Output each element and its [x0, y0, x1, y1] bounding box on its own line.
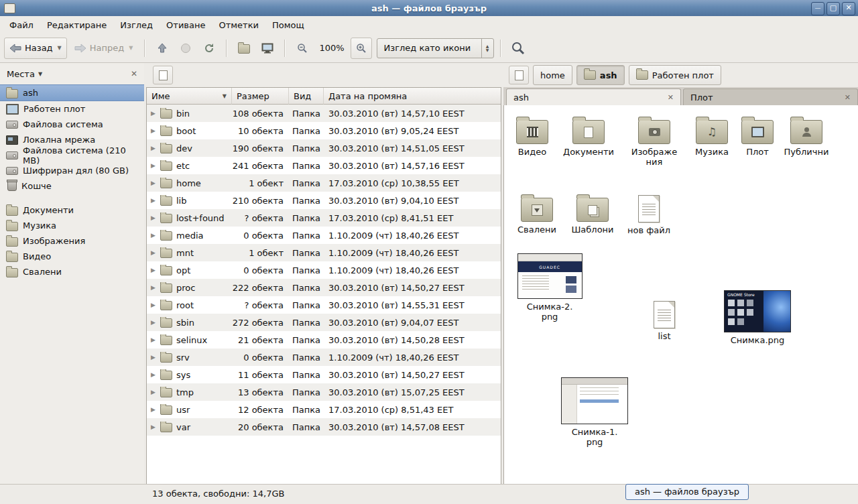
image-item-snimka2[interactable]: GUADEC Снимка-2.png [516, 253, 583, 322]
table-row[interactable]: ▶lib210 обектаПапка30.03.2010 (вт) 9,04,… [147, 192, 501, 209]
minimize-button[interactable] [811, 2, 824, 15]
table-row[interactable]: ▶mnt1 обектПапка1.10.2009 (чт) 18,40,26 … [147, 244, 501, 261]
home-button[interactable] [233, 38, 255, 59]
expander-icon[interactable]: ▶ [151, 110, 156, 117]
menu-help[interactable]: Помощ [265, 17, 311, 33]
expander-icon[interactable]: ▶ [151, 389, 156, 395]
computer-button[interactable] [257, 38, 278, 59]
search-button[interactable] [507, 38, 529, 59]
expander-icon[interactable]: ▶ [151, 284, 156, 291]
table-row[interactable]: ▶proc222 обектаПапка30.03.2010 (вт) 14,5… [147, 279, 501, 296]
table-row[interactable]: ▶srv0 обектаПапка1.10.2009 (чт) 18,40,26… [147, 349, 501, 366]
menu-edit[interactable]: Редактиране [40, 17, 113, 33]
table-row[interactable]: ▶media0 обектаПапка1.10.2009 (чт) 18,40,… [147, 227, 501, 244]
reload-button[interactable] [198, 38, 220, 59]
folder-item-documents[interactable]: Документи [559, 115, 618, 158]
folder-icon [160, 336, 172, 345]
close-button[interactable] [842, 2, 855, 15]
sidebar-item-ash[interactable]: ash [0, 84, 144, 101]
menu-view[interactable]: Изглед [113, 17, 160, 33]
table-row[interactable]: ▶usr12 обектаПапка17.03.2010 (ср) 8,51,4… [147, 401, 501, 418]
tab-close-icon[interactable]: ✕ [845, 93, 851, 102]
sidebar-item-trash[interactable]: Кошче [0, 178, 144, 194]
item-label: Снимка-2.png [526, 302, 573, 322]
up-button[interactable] [151, 38, 173, 59]
sidebar-item-music[interactable]: Музика [0, 218, 144, 233]
sidebar-title[interactable]: Места [7, 69, 35, 79]
expander-icon[interactable]: ▶ [151, 319, 156, 326]
chevron-down-icon[interactable]: ▼ [58, 45, 62, 51]
table-row[interactable]: ▶boot10 обектаПапка30.03.2010 (вт) 9,05,… [147, 122, 501, 139]
table-row[interactable]: ▶opt0 обектаПапка1.10.2009 (чт) 18,40,26… [147, 261, 501, 279]
combobox-spinner-icon[interactable]: ▲▼ [481, 39, 493, 58]
back-button[interactable]: Назад ▼ [4, 38, 67, 59]
sidebar-close-icon[interactable]: ✕ [131, 69, 137, 78]
location-toggle-button[interactable] [153, 66, 173, 84]
column-header-type[interactable]: Вид [289, 88, 324, 105]
expander-icon[interactable]: ▶ [151, 424, 156, 430]
location-toggle-button[interactable] [509, 66, 529, 84]
table-row[interactable]: ▶dev190 обектаПапка30.03.2010 (вт) 14,51… [147, 139, 501, 157]
zoom-out-button[interactable] [292, 38, 313, 59]
tab-ash[interactable]: ash ✕ [506, 88, 681, 105]
sidebar-item-pictures[interactable]: Изображения [0, 233, 144, 249]
file-name: tmp [176, 387, 194, 397]
column-header-size[interactable]: Размер [232, 88, 289, 105]
menu-file[interactable]: Файл [3, 17, 40, 33]
sidebar-item-desktop[interactable]: Работен плот [0, 101, 144, 117]
expander-icon[interactable]: ▶ [151, 214, 156, 221]
table-row[interactable]: ▶sbin272 обектаПапка30.03.2010 (вт) 9,04… [147, 314, 501, 331]
folder-item-public[interactable]: Публични [777, 115, 836, 158]
expander-icon[interactable]: ▶ [151, 180, 156, 186]
table-row[interactable]: ▶bin108 обектаПапка30.03.2010 (вт) 14,57… [147, 105, 501, 122]
taskbar-window-button[interactable]: ash — файлов браузър [625, 484, 749, 500]
table-row[interactable]: ▶home1 обектПапка17.03.2010 (ср) 10,38,5… [147, 174, 501, 192]
table-row[interactable]: ▶var20 обектаПапка30.03.2010 (вт) 14,57,… [147, 418, 501, 436]
expander-icon[interactable]: ▶ [151, 249, 156, 256]
table-row[interactable]: ▶sys11 обектаПапка30.03.2010 (вт) 14,50,… [147, 366, 501, 383]
expander-icon[interactable]: ▶ [151, 371, 156, 378]
breadcrumb-desktop[interactable]: Работен плот [629, 65, 721, 85]
file-item-new-file[interactable]: нов файл [619, 193, 678, 236]
breadcrumb-home[interactable]: home [533, 65, 572, 85]
tab-desktop[interactable]: Плот ✕ [683, 88, 858, 105]
sidebar-item-videos[interactable]: Видео [0, 249, 144, 264]
view-mode-combobox[interactable]: Изглед като икони ▲▼ [377, 38, 494, 58]
sidebar-item-filesystem-210[interactable]: Файлова система (210 MB) [0, 147, 144, 163]
expander-icon[interactable]: ▶ [151, 267, 156, 273]
column-header-date[interactable]: Дата на промяна [324, 88, 501, 105]
maximize-button[interactable] [826, 2, 840, 15]
menu-go[interactable]: Отиване [160, 17, 212, 33]
zoom-in-button[interactable] [351, 38, 372, 59]
folder-item-downloads[interactable]: Свалени [507, 193, 566, 235]
sidebar-item-filesystem[interactable]: Файлова система [0, 117, 144, 132]
tab-close-icon[interactable]: ✕ [668, 93, 674, 102]
folder-item-pictures[interactable]: Изображения [625, 115, 684, 168]
column-header-name[interactable]: Име ▼ [147, 88, 232, 105]
folder-item-video[interactable]: Видео [503, 115, 562, 158]
expander-icon[interactable]: ▶ [151, 406, 156, 413]
breadcrumb-ash[interactable]: ash [576, 65, 625, 85]
expander-icon[interactable]: ▶ [151, 302, 156, 308]
expander-icon[interactable]: ▶ [151, 232, 156, 239]
expander-icon[interactable]: ▶ [151, 354, 156, 361]
sidebar-item-documents[interactable]: Документи [0, 202, 144, 218]
menu-bookmarks[interactable]: Отметки [212, 17, 265, 33]
image-item-snimka1[interactable]: Снимка-1.png [561, 377, 628, 448]
table-row[interactable]: ▶lost+found? обектаПапка17.03.2010 (ср) … [147, 209, 501, 227]
expander-icon[interactable]: ▶ [151, 197, 156, 204]
table-row[interactable]: ▶root? обектаПапка30.03.2010 (вт) 14,55,… [147, 296, 501, 314]
file-item-list[interactable]: list [635, 299, 694, 342]
folder-item-templates[interactable]: Шаблони [563, 193, 622, 235]
table-row[interactable]: ▶selinux21 обектаПапка30.03.2010 (вт) 14… [147, 331, 501, 349]
expander-icon[interactable]: ▶ [151, 145, 156, 151]
expander-icon[interactable]: ▶ [151, 127, 156, 134]
sidebar-item-encrypted[interactable]: Шифриран дял (80 GB) [0, 163, 144, 178]
chevron-down-icon[interactable]: ▼ [38, 71, 42, 77]
table-row[interactable]: ▶tmp13 обектаПапка30.03.2010 (вт) 15,07,… [147, 383, 501, 401]
expander-icon[interactable]: ▶ [151, 336, 156, 343]
image-item-snimka[interactable]: GNOME Store Снимка.png [723, 290, 792, 346]
expander-icon[interactable]: ▶ [151, 162, 156, 169]
table-row[interactable]: ▶etc241 обектаПапка30.03.2010 (вт) 14,57… [147, 157, 501, 174]
sidebar-item-downloads[interactable]: Свалени [0, 264, 144, 279]
